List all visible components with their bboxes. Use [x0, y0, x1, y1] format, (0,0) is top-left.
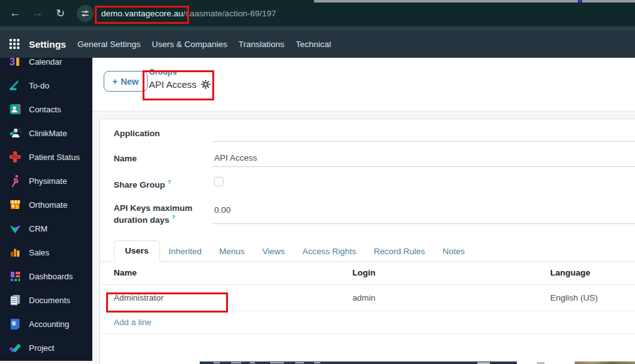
content-background: Application Name API Access Share Group … [92, 112, 635, 364]
breadcrumb-current: API Access [149, 79, 197, 90]
app-sidebar: 3 Calendar To-do Contacts ClinikMate Pat… [0, 58, 92, 361]
form-sheet: Application Name API Access Share Group … [99, 119, 635, 364]
sidebar-item-patient-status[interactable]: Patient Status [0, 145, 92, 169]
field-label-api-keys: API Keys maximum duration days ? [114, 200, 212, 225]
sidebar-item-physimate[interactable]: Physimate [0, 169, 92, 193]
field-label-name: Name [114, 151, 212, 164]
sidebar-item-dashboards[interactable]: Dashboards [0, 264, 92, 288]
col-header-language: Language [550, 268, 635, 277]
sidebar-item-sales[interactable]: Sales [0, 240, 92, 264]
browser-back-icon[interactable]: ← [9, 7, 21, 19]
gear-icon[interactable] [201, 80, 210, 89]
plus-icon: + [112, 77, 117, 87]
address-bar[interactable]: demo.vantagecore.au/saasmate/action-69/1… [101, 9, 276, 18]
field-row-api-keys: API Keys maximum duration days ? 0.00 [114, 200, 635, 225]
sidebar-item-calendar[interactable]: 3 Calendar [0, 58, 92, 73]
sidebar-item-clinikmate[interactable]: ClinikMate [0, 121, 92, 145]
sidebar-item-accounting[interactable]: $ Accounting [0, 312, 92, 336]
api-keys-duration-input[interactable]: 0.00 [212, 200, 635, 224]
browser-toolbar: ← → ↻ demo.vantagecore.au/saasmate/actio… [0, 0, 635, 26]
sidebar-item-project[interactable]: Project [0, 336, 92, 360]
browser-forward-icon[interactable]: → [31, 7, 44, 19]
col-header-name: Name [100, 268, 352, 277]
sidebar-item-crm[interactable]: CRM [0, 217, 92, 240]
users-table: Name Login Language Administrator admin … [100, 262, 635, 334]
tab-users[interactable]: Users [114, 240, 160, 262]
menu-translations[interactable]: Translations [239, 40, 285, 49]
breadcrumb: Groups API Access [149, 67, 210, 90]
cell-language: English (US) [550, 293, 635, 302]
taskbar-edge [200, 361, 517, 364]
application-input[interactable] [212, 126, 635, 142]
share-group-checkbox[interactable] [214, 177, 224, 186]
todo-icon [8, 78, 22, 92]
background-window-accent [578, 0, 582, 3]
sales-icon [8, 245, 22, 259]
field-label-share-group: Share Group ? [114, 176, 212, 190]
tune-icon [81, 9, 89, 18]
col-header-login: Login [352, 268, 550, 277]
field-row-name: Name API Access [114, 151, 635, 167]
contacts-icon [8, 102, 22, 116]
dashboards-icon [8, 269, 22, 283]
app-title[interactable]: Settings [29, 39, 66, 50]
control-panel: + New Groups API Access [92, 58, 635, 112]
cell-name: Administrator [100, 293, 352, 302]
notebook-tabs: Users Inherited Menus Views Access Right… [100, 240, 635, 262]
add-a-line-link[interactable]: Add a line [100, 311, 635, 334]
tab-record-rules[interactable]: Record Rules [365, 242, 434, 261]
tab-notes[interactable]: Notes [434, 242, 474, 261]
app-navbar: Settings General Settings Users & Compan… [0, 30, 635, 58]
field-row-share-group: Share Group ? [114, 176, 635, 190]
background-image-edge [575, 361, 635, 364]
sidebar-item-orthomate[interactable]: Orthomate [0, 193, 92, 217]
svg-text:$: $ [13, 321, 16, 326]
field-label-application: Application [114, 126, 212, 139]
name-input[interactable]: API Access [212, 151, 635, 167]
breadcrumb-groups-link[interactable]: Groups [149, 67, 210, 78]
browser-reload-icon[interactable]: ↻ [54, 7, 67, 20]
help-icon: ? [171, 213, 175, 220]
svg-text:3: 3 [9, 58, 15, 67]
sidebar-item-todo[interactable]: To-do [0, 73, 92, 97]
crm-icon [8, 222, 22, 235]
accounting-icon: $ [8, 317, 22, 331]
sidebar-item-documents[interactable]: Documents [0, 288, 92, 312]
url-domain: demo.vantagecore.au [101, 9, 183, 18]
tab-menus[interactable]: Menus [210, 242, 254, 261]
tab-inherited[interactable]: Inherited [160, 242, 211, 261]
patient-status-icon [8, 150, 22, 164]
url-path: /saasmate/action-69/197 [183, 9, 276, 18]
background-window-edge [314, 0, 635, 3]
field-row-application: Application [114, 126, 635, 142]
sidebar-item-contacts[interactable]: Contacts [0, 97, 92, 121]
clinikmate-icon [8, 126, 22, 140]
cell-login: admin [352, 293, 550, 302]
new-button[interactable]: + New [104, 71, 148, 92]
project-icon [8, 341, 22, 355]
menu-general-settings[interactable]: General Settings [77, 40, 141, 49]
physimate-icon [8, 174, 22, 188]
tab-views[interactable]: Views [254, 242, 294, 261]
calendar-icon: 3 [8, 58, 22, 68]
orthomate-icon [8, 198, 22, 211]
main-area: + New Groups API Access [92, 58, 635, 364]
apps-grid-icon[interactable] [9, 39, 20, 50]
site-info-button[interactable] [77, 5, 94, 22]
table-row[interactable]: Administrator admin English (US) [100, 285, 635, 311]
menu-technical[interactable]: Technical [296, 40, 331, 49]
users-table-header: Name Login Language [100, 262, 635, 285]
documents-icon [8, 293, 22, 307]
help-icon: ? [168, 178, 171, 185]
screenshot-root: ← → ↻ demo.vantagecore.au/saasmate/actio… [0, 0, 635, 364]
tab-access-rights[interactable]: Access Rights [293, 242, 365, 261]
menu-users-companies[interactable]: Users & Companies [152, 40, 227, 49]
